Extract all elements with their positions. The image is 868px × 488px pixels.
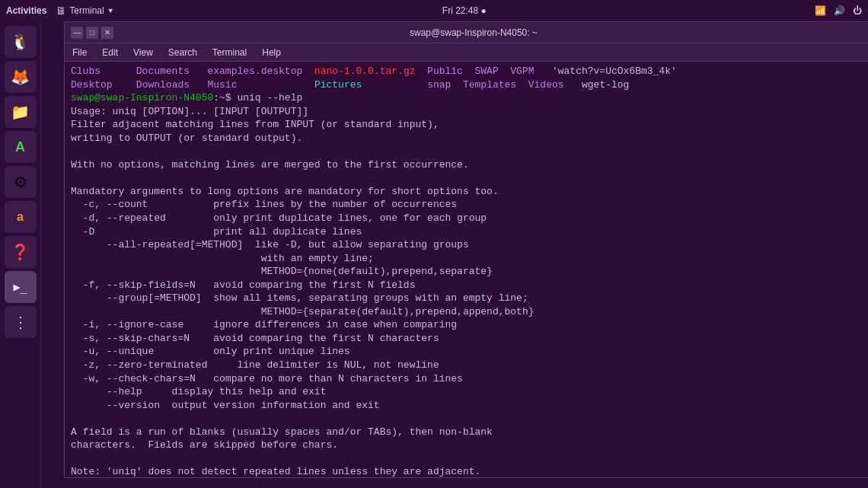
output-line-1: Usage: uniq [OPTION]... [INPUT [OUTPUT]] [71, 105, 868, 119]
output-line-5: With no options, matching lines are merg… [71, 158, 868, 172]
ubuntu-icon[interactable]: 🐧 [5, 26, 37, 58]
title-bar: — □ ✕ swap@swap-Inspiron-N4050: ~ [65, 22, 868, 43]
output-line-3: writing to OUTPUT (or standard output). [71, 132, 868, 145]
minimize-button[interactable]: — [71, 27, 83, 39]
output-line-20: -z, --zero-terminated line delimiter is … [71, 359, 868, 372]
system-bar-right: 📶 🔊 ⏻ [815, 5, 862, 16]
clock: Fri 22:48 ● [442, 5, 487, 16]
terminal-content[interactable]: Clubs Documents examples.desktop nano-1.… [65, 62, 868, 477]
menu-terminal[interactable]: Terminal [208, 46, 251, 59]
output-line-19: -u, --unique only print unique lines [71, 345, 868, 359]
output-line-6 [71, 171, 868, 185]
output-line-24 [71, 412, 868, 426]
files-icon[interactable]: 📁 [5, 96, 37, 128]
file-listing-row1: Clubs Documents examples.desktop nano-1.… [71, 65, 868, 78]
menu-view[interactable]: View [129, 46, 158, 59]
firefox-icon[interactable]: 🦊 [5, 61, 37, 93]
output-line-18: -s, --skip-chars=N avoid comparing the f… [71, 332, 868, 346]
system-bar: Activities 🖥 Terminal ▼ Fri 22:48 ● 📶 🔊 … [0, 0, 868, 21]
output-line-14: -f, --skip-fields=N avoid comparing the … [71, 279, 868, 292]
sidebar: 🐧 🦊 📁 A ⚙ a ❓ ▶_ ⋮ [0, 21, 41, 488]
wifi-icon[interactable]: 📶 [815, 5, 826, 16]
help-icon[interactable]: ❓ [5, 236, 37, 268]
output-line-25: A field is a run of blanks (usually spac… [71, 426, 868, 439]
output-line-4 [71, 145, 868, 158]
command-line: swap@swap-Inspiron-N4050:~$ uniq --help [71, 91, 868, 105]
window-title: swap@swap-Inspiron-N4050: ~ [113, 27, 834, 38]
maximize-button[interactable]: □ [86, 27, 98, 39]
output-line-10: -D print all duplicate lines [71, 225, 868, 239]
output-line-8: -c, --count prefix lines by the number o… [71, 198, 868, 212]
libreoffice-icon[interactable]: A [5, 131, 37, 163]
output-line-9: -d, --repeated only print duplicate line… [71, 212, 868, 225]
menu-search[interactable]: Search [164, 46, 202, 59]
title-bar-controls[interactable]: — □ ✕ [71, 27, 113, 39]
output-line-21: -w, --check-chars=N compare no more than… [71, 372, 868, 386]
output-line-13: METHOD={none(default),prepend,separate} [71, 265, 868, 279]
menu-help[interactable]: Help [257, 46, 286, 59]
output-line-16: METHOD={separate(default),prepend,append… [71, 305, 868, 319]
menu-bar: File Edit View Search Terminal Help [65, 43, 868, 62]
output-line-28: Note: 'uniq' does not detect repeated li… [71, 465, 868, 477]
activities-label[interactable]: Activities [6, 5, 46, 16]
system-bar-left: Activities 🖥 Terminal ▼ [6, 5, 114, 17]
output-line-26: characters. Fields are skipped before ch… [71, 439, 868, 452]
audio-icon[interactable]: 🔊 [834, 5, 845, 16]
terminal-window: — □ ✕ swap@swap-Inspiron-N4050: ~ File E… [64, 21, 868, 478]
terminal-app-label[interactable]: 🖥 Terminal ▼ [56, 5, 113, 17]
menu-file[interactable]: File [68, 46, 91, 59]
output-line-15: --group[=METHOD] show all items, separat… [71, 292, 868, 305]
output-line-12: with an empty line; [71, 252, 868, 266]
settings-icon[interactable]: ⚙ [5, 166, 37, 198]
file-listing-row2: Desktop Downloads Music Pictures snap Te… [71, 78, 868, 92]
output-line-27 [71, 452, 868, 466]
output-line-2: Filter adjacent matching lines from INPU… [71, 118, 868, 132]
terminal-icon[interactable]: ▶_ [5, 271, 37, 303]
apps-icon[interactable]: ⋮ [5, 306, 37, 338]
output-line-7: Mandatory arguments to long options are … [71, 185, 868, 199]
amazon-icon[interactable]: a [5, 201, 37, 233]
output-line-17: -i, --ignore-case ignore differences in … [71, 318, 868, 332]
output-line-22: --help display this help and exit [71, 385, 868, 399]
output-line-23: --version output version information and… [71, 399, 868, 413]
output-line-11: --all-repeated[=METHOD] like -D, but all… [71, 238, 868, 252]
close-button[interactable]: ✕ [101, 27, 113, 39]
power-icon[interactable]: ⏻ [853, 5, 862, 16]
menu-edit[interactable]: Edit [97, 46, 123, 59]
